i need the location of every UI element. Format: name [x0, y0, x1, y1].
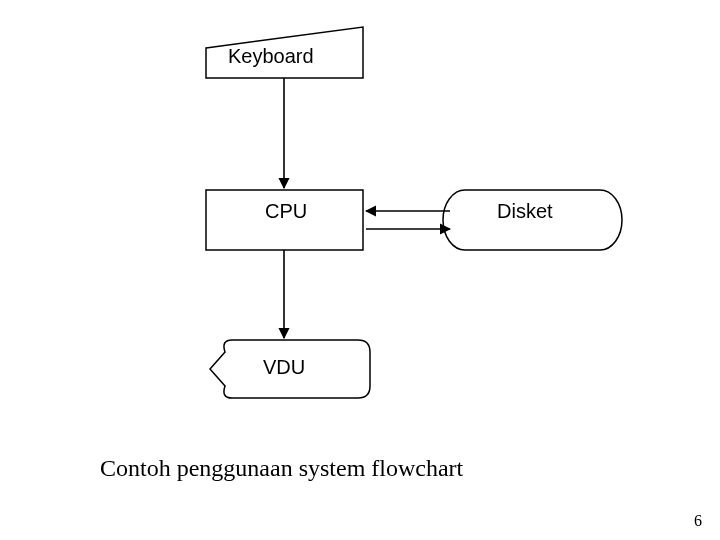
page-number: 6 — [694, 512, 702, 530]
svg-rect-1 — [206, 190, 363, 250]
cpu-node — [206, 190, 363, 250]
svg-marker-0 — [206, 27, 363, 78]
disket-node — [443, 190, 622, 250]
keyboard-node — [206, 27, 363, 78]
flowchart-canvas: Keyboard CPU Disket VDU Contoh penggunaa… — [0, 0, 720, 540]
diagram-caption: Contoh penggunaan system flowchart — [100, 455, 463, 482]
vdu-node — [210, 340, 370, 398]
